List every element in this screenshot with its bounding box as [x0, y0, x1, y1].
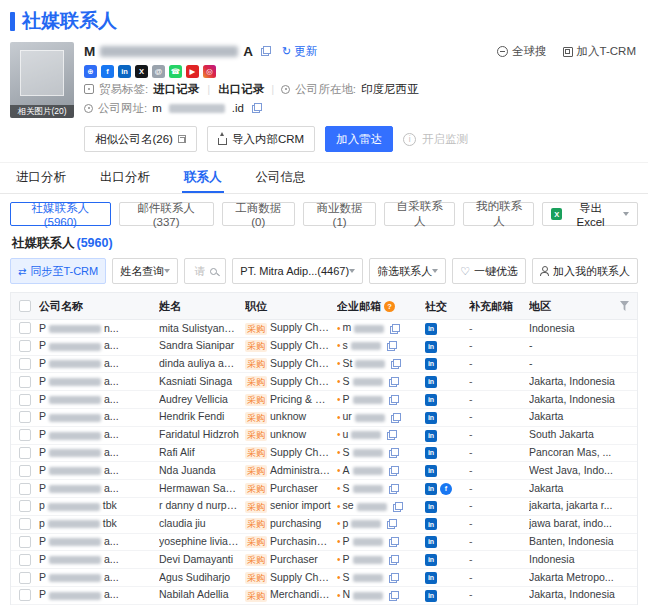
copy-icon[interactable] [389, 377, 399, 387]
company-photo[interactable]: 相关图片(20) [10, 42, 74, 118]
tab-出口分析[interactable]: 出口分析 [98, 163, 152, 193]
info-icon[interactable] [403, 133, 416, 146]
linkedin-icon[interactable]: in [425, 554, 437, 566]
table-row[interactable]: Pa... dinda auliya adha 采购Supply Chain O… [11, 356, 637, 374]
add-my-contacts-button[interactable]: 加入我的联系人 [532, 258, 638, 284]
table-row[interactable]: Pa... Sandra Sianipar 采购Supply Chain Off… [11, 338, 637, 356]
linkedin-icon[interactable]: in [425, 483, 437, 495]
email-icon[interactable]: @ [152, 65, 165, 78]
whatsapp-icon[interactable]: ☎ [169, 65, 182, 78]
row-checkbox[interactable] [19, 411, 31, 423]
copy-icon[interactable] [393, 502, 403, 512]
copy-icon[interactable] [389, 395, 399, 405]
subtab-社媒联系人(5960)[interactable]: 社媒联系人(5960) [10, 202, 111, 226]
row-checkbox[interactable] [19, 554, 31, 566]
linkedin-icon[interactable]: in [425, 518, 437, 530]
copy-icon[interactable] [387, 341, 397, 351]
table-row[interactable]: Pa... Nabilah Adellia 采购Merchandiser N i… [11, 587, 637, 605]
help-icon[interactable] [384, 301, 395, 312]
tab-公司信息[interactable]: 公司信息 [254, 163, 308, 193]
linkedin-icon[interactable]: in [425, 590, 437, 602]
row-checkbox[interactable] [19, 500, 31, 512]
linkedin-icon[interactable]: in [425, 341, 437, 353]
copy-icon[interactable] [390, 324, 400, 334]
row-checkbox[interactable] [19, 394, 31, 406]
linkedin-icon[interactable]: in [425, 412, 437, 424]
table-row[interactable]: Pa... Hermawan Sapu... 采购Purchaser S inf… [11, 480, 637, 498]
row-checkbox[interactable] [19, 465, 31, 477]
refresh-button[interactable]: 更新 [282, 44, 317, 59]
linkedin-icon[interactable]: in [425, 536, 437, 548]
copy-icon[interactable] [389, 484, 399, 494]
copy-icon[interactable] [389, 555, 399, 565]
copy-icon[interactable] [252, 103, 262, 113]
table-row[interactable]: ptbk claudia jiu 采购purchasing p in - jaw… [11, 516, 637, 534]
table-row[interactable]: Pa... Rafi Alif 采购Supply Chain Managemen… [11, 445, 637, 463]
linkedin-icon[interactable]: in [425, 465, 437, 477]
select-all-checkbox[interactable] [19, 300, 31, 312]
table-row[interactable]: Pa... Faridatul Hidzroh 采购unknow u in - … [11, 427, 637, 445]
youtube-icon[interactable]: ▶ [186, 65, 199, 78]
table-row[interactable]: Pa... Agus Sudiharjo 采购Supply Chain Gove… [11, 569, 637, 587]
quick-select-button[interactable]: 一键优选 [452, 258, 526, 284]
linkedin-icon[interactable]: in [425, 447, 437, 459]
add-radar-button[interactable]: 加入雷达 [325, 126, 393, 152]
row-checkbox[interactable] [19, 572, 31, 584]
linkedin-icon[interactable]: in [425, 572, 437, 584]
facebook-icon[interactable]: f [440, 483, 452, 495]
row-checkbox[interactable] [19, 376, 31, 388]
contact-filter-select[interactable]: 筛选联系人 [369, 258, 446, 284]
copy-icon[interactable] [391, 413, 401, 423]
row-checkbox[interactable] [19, 447, 31, 459]
row-checkbox[interactable] [19, 322, 31, 334]
instagram-icon[interactable]: ◎ [203, 65, 216, 78]
copy-icon[interactable] [389, 573, 399, 583]
row-checkbox[interactable] [19, 358, 31, 370]
linkedin-icon[interactable]: in [425, 358, 437, 370]
row-checkbox[interactable] [19, 536, 31, 548]
facebook-icon[interactable]: f [101, 65, 114, 78]
copy-icon[interactable] [389, 448, 399, 458]
filter-icon[interactable] [620, 301, 629, 311]
x-icon[interactable]: X [135, 65, 148, 78]
copy-icon[interactable] [387, 430, 397, 440]
copy-icon[interactable] [389, 537, 399, 547]
copy-icon[interactable] [261, 46, 271, 56]
table-row[interactable]: Pa... Nda Juanda 采购Administrasi Supply C… [11, 462, 637, 480]
name-query-select[interactable]: 姓名查询 [112, 258, 178, 284]
subtab-我的联系人[interactable]: 我的联系人 [463, 202, 534, 226]
add-tcrm-button[interactable]: 加入T-CRM [563, 44, 636, 59]
row-checkbox[interactable] [19, 340, 31, 352]
table-row[interactable]: Pa... Hendrik Fendi 采购unknow ur in - Jak… [11, 409, 637, 427]
subtab-邮件联系人(337)[interactable]: 邮件联系人(337) [119, 202, 214, 226]
linkedin-icon[interactable]: in [425, 394, 437, 406]
website-icon[interactable]: ⊕ [84, 65, 97, 78]
copy-icon[interactable] [387, 519, 397, 529]
table-row[interactable]: Pa... Audrey Vellicia 采购Pricing & Promot… [11, 391, 637, 409]
linkedin-icon[interactable]: in [425, 501, 437, 513]
copy-icon[interactable] [391, 359, 401, 369]
table-row[interactable]: Pa... Kasniati Sinaga 采购Supply Chain Man… [11, 373, 637, 391]
row-checkbox[interactable] [19, 589, 31, 601]
subtab-商业数据(1)[interactable]: 商业数据(1) [303, 202, 376, 226]
export-excel-button[interactable]: 导出 Excel [542, 202, 638, 226]
subtab-工商数据(0)[interactable]: 工商数据(0) [222, 202, 295, 226]
linkedin-icon[interactable]: in [118, 65, 131, 78]
copy-icon[interactable] [389, 466, 399, 476]
table-row[interactable]: Pn... mita Sulistyandari 采购Supply Chain … [11, 320, 637, 338]
row-checkbox[interactable] [19, 429, 31, 441]
global-search-button[interactable]: 全球搜 [497, 44, 547, 59]
tab-进口分析[interactable]: 进口分析 [14, 163, 68, 193]
subtab-自采联系人[interactable]: 自采联系人 [384, 202, 455, 226]
row-checkbox[interactable] [19, 518, 31, 530]
search-icon[interactable] [210, 268, 217, 275]
table-row[interactable]: Pa... Devi Damayanti 采购Purchaser P in - … [11, 551, 637, 569]
linkedin-icon[interactable]: in [425, 376, 437, 388]
import-crm-button[interactable]: 导入内部CRM [207, 126, 315, 152]
monitor-toggle[interactable]: 开启监测 [422, 132, 468, 147]
table-row[interactable]: Pa... yosephine liviane 采购Purchasing ana… [11, 534, 637, 552]
name-search-input[interactable] [192, 264, 207, 278]
company-filter-select[interactable]: PT. Mitra Adip...(4467) [232, 258, 363, 284]
table-row[interactable]: ptbk r danny d nurpat... 采购senior import… [11, 498, 637, 516]
sync-tcrm-button[interactable]: 同步至T-CRM [10, 258, 106, 284]
